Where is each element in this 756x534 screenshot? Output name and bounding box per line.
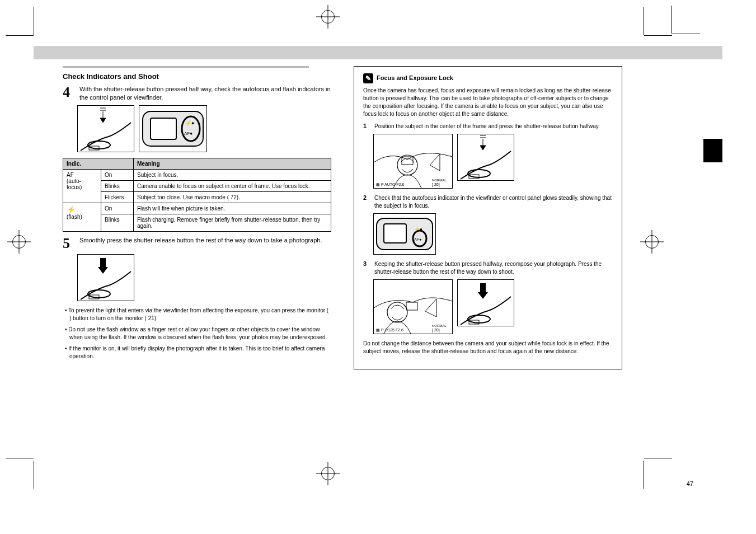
figure-control-panel-indicators: ⚡● AF● (139, 105, 207, 152)
svg-rect-20 (384, 224, 406, 243)
crop-mark-bl (34, 458, 56, 480)
cell-af: AF(auto-focus) (63, 169, 101, 203)
tip-substeps: 1 Position the subject in the center of … (363, 123, 613, 334)
crop-mark-br (622, 458, 644, 480)
substep-2: 2 Check that the autofocus indicator in … (363, 194, 613, 210)
figure-halfpress (457, 134, 514, 181)
svg-text:[  20]: [ 20] (432, 328, 440, 332)
svg-text:NORMAL: NORMAL (432, 179, 447, 182)
tip-body: Once the camera has focused, focus and e… (363, 87, 613, 118)
step-number: 4 (63, 85, 75, 102)
cell-meaning: Flash will fire when picture is taken. (134, 203, 331, 214)
substep-1: 1 Position the subject in the center of … (363, 123, 613, 130)
substep2-figures: ⚡● AF● (373, 213, 613, 255)
registration-mark-top (321, 10, 335, 24)
substep-3: 3 Keeping the shutter-release button pre… (363, 260, 613, 276)
page-number: 47 (687, 480, 693, 487)
cell-meaning: Flash charging. Remove finger briefly fr… (134, 214, 331, 231)
figure-control-panel-af: ⚡● AF● (373, 213, 436, 255)
section-rule (63, 66, 309, 68)
step-4: 4 With the shutter-release button presse… (63, 85, 331, 102)
step5-figures (77, 254, 331, 301)
step-5: 5 Smoothly press the shutter-release but… (63, 236, 331, 251)
figure-recompose: ▦ P 1/125 F2.6 NORMAL [ 20] (373, 279, 453, 334)
page: Check Indicators and Shoot 4 With the sh… (0, 0, 756, 534)
cell-meaning: Camera unable to focus on subject in cen… (134, 180, 331, 191)
svg-text:⚡●: ⚡● (185, 120, 194, 127)
step-text: Smoothly press the shutter-release butto… (79, 236, 322, 251)
svg-rect-10 (100, 258, 106, 267)
left-column: Check Indicators and Shoot 4 With the sh… (63, 66, 331, 364)
figure-shutter-halfpress (77, 105, 134, 152)
substep-number: 3 (363, 260, 371, 276)
right-column: ✎Focus and Exposure Lock Once the camera… (354, 66, 622, 369)
svg-text:⚡●: ⚡● (414, 226, 422, 232)
svg-text:▦ P  1/125  F2.6: ▦ P 1/125 F2.6 (376, 328, 403, 332)
tip-box: ✎Focus and Exposure Lock Once the camera… (354, 66, 622, 369)
cell-status: On (101, 169, 134, 180)
svg-text:AF●: AF● (414, 237, 421, 241)
figure-shutter-fullpress (77, 254, 134, 301)
svg-rect-32 (480, 283, 486, 292)
cell-status: Flickers (101, 191, 134, 203)
figure-fullpress (457, 279, 514, 326)
substep-number: 1 (363, 123, 371, 130)
step-number: 5 (63, 236, 75, 251)
svg-text:▦ P  AUTO  F2.6: ▦ P AUTO F2.6 (376, 182, 404, 186)
tip-icon: ✎ (363, 73, 373, 83)
tip-title: ✎Focus and Exposure Lock (363, 73, 613, 83)
indicator-table: Indic. Meaning AF(auto-focus) On Subject… (63, 158, 331, 232)
note: • If the monitor is on, it will briefly … (65, 345, 331, 360)
crop-mark-tr (622, 10, 644, 32)
step-text: With the shutter-release button pressed … (79, 85, 331, 102)
th-indicator: Indic. (63, 158, 134, 169)
step4-figures: ⚡● AF● (77, 105, 331, 152)
section-title: Check Indicators and Shoot (63, 72, 331, 81)
th-meaning: Meaning (134, 158, 331, 169)
registration-mark-right (645, 235, 659, 249)
cell-status: On (101, 203, 134, 214)
cell-status: Blinks (101, 214, 134, 231)
cell-status: Blinks (101, 180, 134, 191)
cell-flash: ⚡(flash) (63, 203, 101, 231)
table-row: Flickers Subject too close. Use macro mo… (63, 191, 331, 203)
registration-mark-left (12, 235, 26, 249)
table-row: ⚡(flash) On Flash will fire when picture… (63, 203, 331, 214)
registration-mark-bottom (321, 467, 335, 480)
note: • Do not use the flash window as a finge… (65, 326, 331, 341)
tip-footer: Do not change the distance between the c… (363, 340, 613, 355)
substep3-figures: ▦ P 1/125 F2.6 NORMAL [ 20] (373, 279, 613, 334)
figure-compose-center: ▦ P AUTO F2.6 NORMAL [ 20] (373, 134, 453, 189)
svg-text:[  20]: [ 20] (432, 182, 440, 187)
svg-text:AF●: AF● (184, 131, 192, 136)
table-row: Blinks Flash charging. Remove finger bri… (63, 214, 331, 231)
substep-text: Keeping the shutter-release button press… (374, 260, 613, 276)
substep1-figures: ▦ P AUTO F2.6 NORMAL [ 20] (373, 134, 613, 189)
header-bar (34, 46, 722, 59)
svg-rect-0 (78, 137, 134, 152)
page-tab (703, 139, 722, 162)
cell-meaning: Subject in focus. (134, 169, 331, 180)
substep-text: Check that the autofocus indicator in th… (374, 194, 613, 210)
substep-text: Position the subject in the center of th… (374, 123, 600, 130)
note: • To prevent the light that enters via t… (65, 307, 331, 322)
crop-mark-tl (34, 10, 56, 32)
cell-meaning: Subject too close. Use macro mode ( 72). (134, 191, 331, 203)
table-row: Blinks Camera unable to focus on subject… (63, 180, 331, 191)
svg-rect-4 (151, 118, 176, 139)
table-row: AF(auto-focus) On Subject in focus. (63, 169, 331, 180)
substep-number: 2 (363, 194, 371, 210)
svg-text:NORMAL: NORMAL (432, 324, 447, 327)
